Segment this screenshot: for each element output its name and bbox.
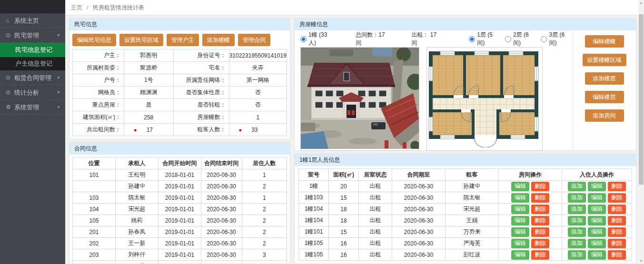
edit-room-button[interactable]: 编辑 — [511, 205, 529, 214]
sidebar-subitem[interactable]: 户主信息登记 — [0, 57, 65, 70]
building-action-button[interactable]: 编辑楼层 — [585, 91, 624, 103]
contract-col-header: 合同结束时间 — [201, 157, 242, 169]
edit-room-button[interactable]: 编辑 — [511, 216, 529, 225]
person-cell: 1幢101 — [299, 226, 329, 238]
edit-room-button[interactable]: 编辑 — [511, 239, 529, 248]
caret-down-icon: ▼ — [57, 85, 60, 100]
field-value: 否 — [229, 87, 287, 99]
field-value: 顾渊渊 — [124, 87, 174, 99]
edit-person-button[interactable]: 编辑 — [588, 227, 606, 237]
edit-person-button[interactable]: 编辑 — [588, 239, 606, 248]
person-cell: 严海英 — [446, 238, 499, 249]
field-value: 1 — [229, 111, 287, 124]
person-cell: 1幢 — [299, 181, 329, 192]
floor-radio-1[interactable]: 1层 (5 间) — [469, 31, 500, 47]
sidebar-subitem[interactable]: 民宅信息登记 — [0, 43, 65, 57]
sidebar-item-house-manage[interactable]: ⊙民宅管理▼ — [0, 28, 65, 43]
contract-cell: 陈太银 — [116, 192, 159, 204]
breadcrumb-home-link[interactable]: 主页 — [71, 4, 82, 11]
edit-room-button[interactable]: 编辑 — [511, 250, 529, 260]
scrollbar-thumb[interactable] — [639, 14, 644, 185]
delete-room-button[interactable]: 删除 — [531, 193, 549, 203]
room-actions-cell: 编辑删除 — [499, 226, 562, 238]
person-col-header: 居室状态 — [359, 169, 392, 181]
add-person-button[interactable]: 添加 — [568, 227, 586, 237]
contract-cell: 巴凤菊 — [116, 261, 159, 264]
sidebar-item-system[interactable]: ⚙系统管理▼ — [0, 100, 65, 115]
edit-room-button[interactable]: 编辑 — [511, 227, 529, 237]
person-cell: 2020-06-30 — [392, 215, 446, 226]
edit-person-button[interactable]: 编辑 — [588, 216, 606, 225]
toolbar-button[interactable]: 设置民宅区域 — [119, 34, 163, 46]
scrollbar-down-arrow[interactable]: ▼ — [638, 258, 644, 264]
radio-icon[interactable] — [300, 36, 307, 42]
person-cell: 2020-06-30 — [392, 238, 446, 249]
sidebar-item-home[interactable]: ⌂系统主页 — [0, 13, 65, 28]
add-person-button[interactable]: 添加 — [568, 250, 586, 260]
floor-radio-2[interactable]: 2层 (6 间) — [505, 31, 536, 47]
add-person-button[interactable]: 添加 — [568, 239, 586, 248]
person-col-header: 合同期至 — [392, 169, 446, 181]
sidebar-item-stats[interactable]: ⊙统计分析▼ — [0, 85, 65, 100]
scrollbar-up-arrow[interactable]: ▲ — [638, 0, 644, 6]
add-person-button[interactable]: 添加 — [568, 205, 586, 214]
delete-person-button[interactable]: 删除 — [608, 227, 626, 237]
person-cell: 1幢105 — [299, 238, 329, 249]
contract-cell: 2 — [242, 238, 287, 249]
caret-down-icon: ▼ — [57, 28, 60, 43]
delete-person-button[interactable]: 删除 — [608, 193, 626, 203]
building-action-button[interactable]: 添加房间 — [585, 109, 624, 122]
edit-person-button[interactable]: 编辑 — [588, 250, 606, 260]
field-label: 所属责任网络： — [173, 74, 229, 87]
delete-person-button[interactable]: 删除 — [608, 182, 626, 191]
add-person-button[interactable]: 添加 — [568, 193, 586, 203]
edit-person-button[interactable]: 编辑 — [588, 193, 606, 203]
radio-icon[interactable] — [469, 36, 475, 42]
person-cell: 万乔来 — [446, 226, 499, 238]
page-scrollbar[interactable]: ▲ ▼ — [638, 0, 644, 264]
delete-room-button[interactable]: 删除 — [531, 205, 549, 214]
contract-cell: 203 — [73, 249, 116, 261]
radio-icon[interactable] — [541, 36, 547, 42]
person-row: 1幢10516出租2020-06-30严海英编辑删除添加编辑删除 — [299, 238, 632, 249]
delete-room-button[interactable]: 删除 — [531, 250, 549, 260]
toolbar-button[interactable]: 编辑民宅信息 — [72, 34, 116, 46]
toolbar-button[interactable]: 管理合同 — [238, 34, 270, 46]
floor-radio-3[interactable]: 3层 (6 间) — [541, 31, 572, 47]
sidebar-item-label: 统计分析 — [14, 85, 57, 100]
building-action-button[interactable]: 设置楼幢区域 — [583, 54, 626, 66]
edit-room-button[interactable]: 编辑 — [511, 182, 529, 191]
delete-room-button[interactable]: 删除 — [531, 182, 549, 191]
delete-person-button[interactable]: 删除 — [608, 216, 626, 225]
sidebar-top-strip — [0, 0, 65, 13]
contract-cell: 孙建中 — [116, 181, 159, 192]
contract-row: 202王一新2019-01-012020-06-302 — [73, 238, 287, 249]
person-actions-cell: 添加编辑删除 — [562, 181, 632, 192]
contract-cell: 2019-01-01 — [159, 204, 201, 215]
sidebar-item-lease-manage[interactable]: ⊙租赁合同管理▼ — [0, 70, 65, 85]
contract-cell: 103 — [73, 192, 116, 204]
delete-person-button[interactable]: 删除 — [608, 250, 626, 260]
edit-room-button[interactable]: 编辑 — [511, 193, 529, 203]
delete-room-button[interactable]: 删除 — [531, 216, 549, 225]
add-person-button[interactable]: 添加 — [568, 182, 586, 191]
contract-row: 104宋光超2019-01-012020-06-302 — [73, 204, 287, 215]
field-value: 310223195509141019 — [229, 49, 287, 62]
toolbar-button[interactable]: 管理户主 — [167, 34, 199, 46]
delete-person-button[interactable]: 删除 — [608, 205, 626, 214]
person-actions-cell: 添加编辑删除 — [562, 204, 632, 215]
add-person-button[interactable]: 添加 — [568, 216, 586, 225]
delete-room-button[interactable]: 删除 — [531, 227, 549, 237]
building-radio[interactable]: 1幢 (33 人) — [300, 31, 335, 47]
contract-cell: 2019-01-01 — [159, 249, 201, 261]
edit-person-button[interactable]: 编辑 — [588, 182, 606, 191]
contract-cell: 2019-01-01 — [159, 192, 201, 204]
building-action-button[interactable]: 编辑楼幢 — [585, 35, 624, 48]
delete-person-button[interactable]: 删除 — [608, 239, 626, 248]
toolbar-button[interactable]: 添加楼幢 — [202, 34, 235, 46]
radio-icon[interactable] — [505, 36, 511, 42]
building-action-button[interactable]: 添加楼层 — [585, 72, 624, 85]
edit-person-button[interactable]: 编辑 — [588, 205, 606, 214]
contract-cell: 105 — [73, 215, 116, 226]
delete-room-button[interactable]: 删除 — [531, 239, 549, 248]
